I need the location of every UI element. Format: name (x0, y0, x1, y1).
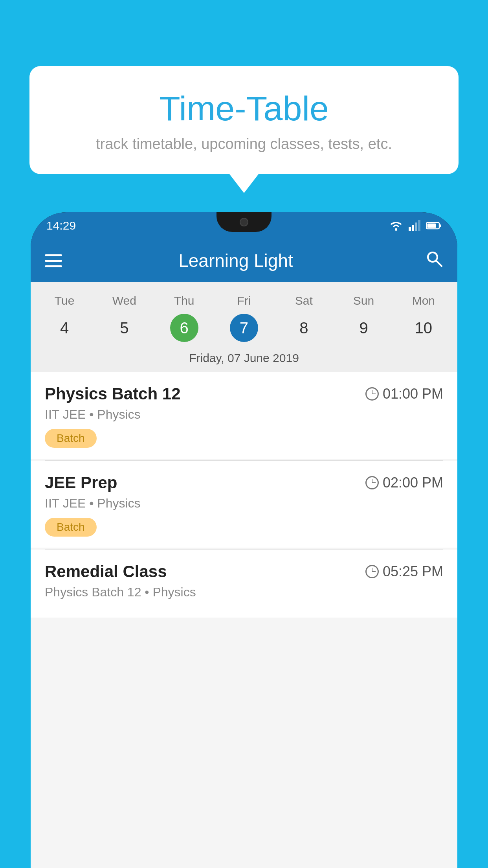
svg-rect-4 (418, 220, 420, 231)
search-icon[interactable] (425, 250, 443, 272)
schedule-meta-2: IIT JEE • Physics (45, 496, 443, 511)
calendar-strip: Tue Wed Thu Fri Sat Sun Mon 4 5 6 7 8 9 … (31, 282, 457, 372)
schedule-item-1[interactable]: Physics Batch 12 01:00 PM IIT JEE • Phys… (31, 372, 457, 459)
schedule-time-label-3: 05:25 PM (383, 563, 443, 580)
svg-rect-6 (427, 224, 436, 228)
app-title: Learning Light (74, 250, 413, 271)
status-time: 14:29 (46, 219, 76, 232)
schedule-name-3: Remedial Class (45, 562, 167, 581)
day-header-fri: Fri (214, 290, 274, 311)
schedule-meta-1: IIT JEE • Physics (45, 407, 443, 422)
wifi-icon (389, 220, 403, 231)
day-num-6-today[interactable]: 6 (170, 314, 198, 342)
clock-icon-3 (365, 565, 379, 578)
app-bar: Learning Light (31, 239, 457, 282)
svg-rect-7 (440, 224, 441, 227)
schedule-time-label-1: 01:00 PM (383, 386, 443, 402)
clock-icon-1 (365, 387, 379, 401)
hamburger-icon[interactable] (45, 254, 62, 267)
schedule-time-2: 02:00 PM (365, 474, 443, 491)
day-header-sat: Sat (274, 290, 334, 311)
svg-rect-2 (412, 225, 414, 231)
notch (216, 212, 272, 232)
day-header-thu: Thu (154, 290, 214, 311)
schedule-time-1: 01:00 PM (365, 386, 443, 402)
day-headers: Tue Wed Thu Fri Sat Sun Mon (31, 290, 457, 311)
svg-rect-1 (409, 227, 411, 231)
day-num-8[interactable]: 8 (274, 314, 334, 342)
schedule-header-2: JEE Prep 02:00 PM (45, 473, 443, 492)
schedule-time-label-2: 02:00 PM (383, 474, 443, 491)
svg-rect-3 (415, 223, 417, 231)
selected-date-label: Friday, 07 June 2019 (31, 348, 457, 372)
signal-icon (409, 220, 420, 231)
bubble-subtitle: track timetable, upcoming classes, tests… (53, 136, 435, 153)
batch-badge-2: Batch (45, 518, 97, 537)
schedule-meta-3: Physics Batch 12 • Physics (45, 585, 443, 600)
day-header-mon: Mon (394, 290, 453, 311)
day-num-10[interactable]: 10 (394, 314, 453, 342)
status-icons (389, 220, 442, 231)
speech-bubble: Time-Table track timetable, upcoming cla… (29, 66, 459, 174)
schedule-header-1: Physics Batch 12 01:00 PM (45, 384, 443, 403)
schedule-header-3: Remedial Class 05:25 PM (45, 562, 443, 581)
schedule-container: Physics Batch 12 01:00 PM IIT JEE • Phys… (31, 372, 457, 868)
day-header-tue: Tue (35, 290, 94, 311)
phone-frame: 14:29 (31, 212, 457, 868)
schedule-time-3: 05:25 PM (365, 563, 443, 580)
schedule-item-2[interactable]: JEE Prep 02:00 PM IIT JEE • Physics Batc… (31, 461, 457, 548)
day-num-7-selected[interactable]: 7 (230, 314, 258, 342)
day-num-5[interactable]: 5 (94, 314, 154, 342)
day-numbers: 4 5 6 7 8 9 10 (31, 311, 457, 348)
schedule-item-3[interactable]: Remedial Class 05:25 PM Physics Batch 12… (31, 550, 457, 618)
batch-badge-1: Batch (45, 429, 97, 448)
status-bar: 14:29 (31, 212, 457, 239)
svg-point-0 (395, 228, 397, 231)
day-num-4[interactable]: 4 (35, 314, 94, 342)
clock-icon-2 (365, 476, 379, 489)
battery-icon (426, 221, 442, 230)
notch-camera (240, 218, 248, 226)
day-num-9[interactable]: 9 (334, 314, 393, 342)
day-header-wed: Wed (94, 290, 154, 311)
schedule-name-1: Physics Batch 12 (45, 384, 181, 403)
bubble-title: Time-Table (53, 90, 435, 128)
svg-line-9 (436, 261, 442, 266)
schedule-name-2: JEE Prep (45, 473, 117, 492)
day-header-sun: Sun (334, 290, 393, 311)
